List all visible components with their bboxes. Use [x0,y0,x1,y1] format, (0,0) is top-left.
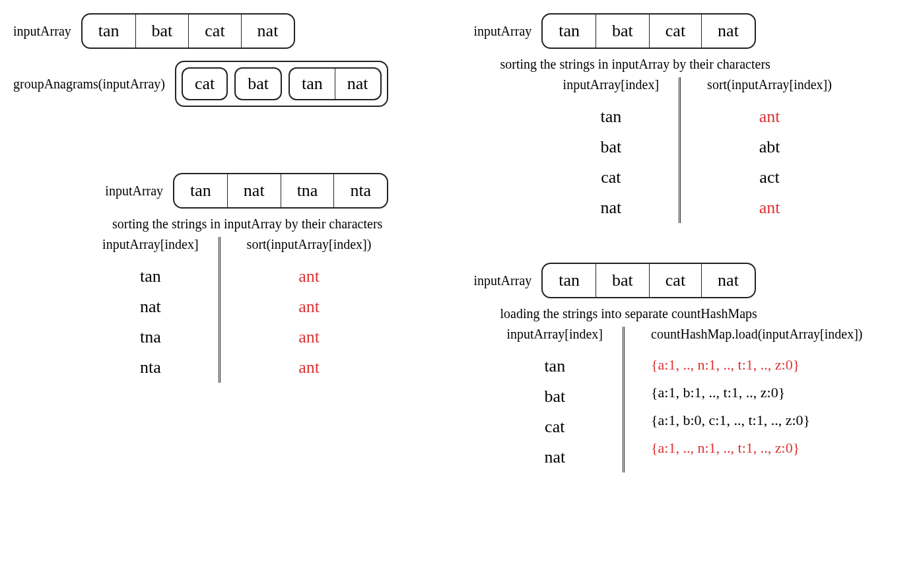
col-header-left: inputArray[index] [507,327,603,342]
table-row: tan [544,356,565,376]
input-array-2: tan bat cat nat [541,13,756,49]
input-array-label: inputArray [474,273,532,288]
table-row: nat [600,198,621,218]
cell: bat [596,15,650,48]
cell: nat [702,15,755,48]
group-anagrams-label: groupAnagrams(inputArray) [13,77,165,92]
input-array-label: inputArray [474,24,532,39]
table-row: cat [545,417,564,437]
table-row: cat [601,168,621,187]
bottom-right-block: inputArray tan bat cat nat loading the s… [474,263,908,473]
cell: tna [281,174,335,207]
bottom-left-block: inputArray tan nat tna nta sorting the s… [13,173,448,383]
col-header-right: sort(inputArray[index]) [707,77,832,92]
col-header-left: inputArray[index] [102,237,199,252]
input-array-4: tan bat cat nat [541,263,756,298]
table-row: ant [298,297,320,317]
input-array-label: inputArray [13,24,71,39]
table-row: tan [600,107,621,127]
cell: nta [334,174,387,207]
cell: bat [596,264,650,297]
table-row: act [759,168,779,187]
table-row: ant [298,267,320,286]
cell: cat [183,69,226,99]
table-row: abt [759,137,780,157]
group: tan nat [289,67,382,100]
group: cat [182,67,228,100]
table-row: {a:1, b:0, c:1, .., t:1, .., z:0} [651,412,810,429]
sort-table-1: inputArray[index] tan bat cat nat sort(i… [487,77,908,223]
table-row: tan [140,267,161,286]
sort-table-2: inputArray[index] tan nat tna nta sort(i… [26,237,448,383]
cell: nat [335,69,380,99]
table-row: nta [140,358,161,377]
table-row: bat [544,387,565,407]
hashmap-table: inputArray[index] tan bat cat nat countH… [487,327,908,473]
cell: tan [543,264,596,297]
input-array-3: tan nat tna nta [173,173,388,209]
cell: tan [290,69,335,99]
input-array-label: inputArray [105,183,163,199]
cell: tan [174,174,228,207]
cell: nat [702,264,755,297]
col-header-right: sort(inputArray[index]) [247,237,372,252]
table-row: ant [298,358,320,377]
top-left-block: inputArray tan bat cat nat groupAnagrams… [13,13,448,114]
cell: nat [242,15,294,48]
table-row: {a:1, .., n:1, .., t:1, .., z:0} [651,440,800,457]
table-row: ant [759,198,780,218]
table-row: nat [140,297,161,317]
table-row: tna [140,327,161,347]
cell: tan [83,15,136,48]
col-header-right: countHashMap.load(inputArray[index]) [651,327,862,342]
table-row: {a:1, b:1, .., t:1, .., z:0} [651,384,785,401]
table-row: ant [298,327,320,347]
cell: nat [228,174,281,207]
cell: tan [543,15,596,48]
cell: cat [650,15,702,48]
top-right-block: inputArray tan bat cat nat sorting the s… [474,13,908,223]
input-array-1: tan bat cat nat [81,13,296,49]
sort-subtitle: sorting the strings in inputArray by the… [500,57,908,72]
cell: cat [650,264,702,297]
table-row: bat [600,137,621,157]
grouped-array: cat bat tan nat [175,61,388,107]
table-row: {a:1, .., n:1, .., t:1, .., z:0} [651,356,800,374]
table-row: nat [544,447,565,467]
table-row: ant [759,107,780,127]
cell: bat [236,69,281,99]
group: bat [234,67,282,100]
cell: bat [136,15,189,48]
sort-subtitle: sorting the strings in inputArray by the… [112,216,448,232]
col-header-left: inputArray[index] [563,77,660,92]
cell: cat [189,15,241,48]
hashmap-subtitle: loading the strings into separate countH… [500,306,908,321]
